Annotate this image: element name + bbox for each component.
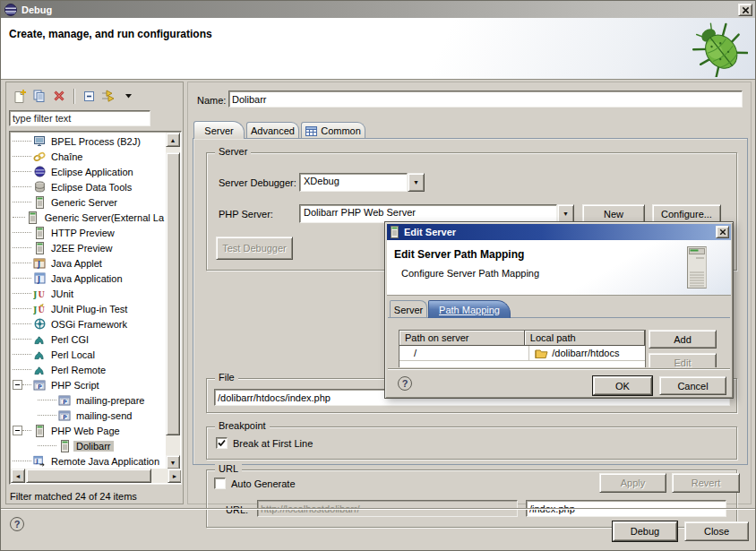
tree-connector: [22, 430, 31, 432]
path-on-server-cell: /: [399, 346, 529, 360]
delete-button[interactable]: [49, 88, 69, 105]
tree-item-mailing-prepare[interactable]: Pmailing-prepare: [11, 392, 167, 408]
help-icon[interactable]: ?: [10, 517, 24, 531]
ok-button[interactable]: OK: [593, 376, 652, 395]
tree-item-http-preview[interactable]: HTTP Preview: [11, 225, 167, 240]
dialog-help-icon[interactable]: ?: [398, 376, 412, 391]
tab-advanced[interactable]: Advanced: [246, 122, 299, 139]
tree-item-label: Perl Local: [48, 349, 98, 360]
perl-icon: [33, 364, 46, 376]
tree-item-label: HTTP Preview: [48, 228, 117, 238]
new-configuration-button[interactable]: [10, 88, 30, 105]
test-debugger-button[interactable]: Test Debugger: [216, 237, 293, 260]
tree-connector: [13, 278, 31, 280]
vertical-scroll-thumb[interactable]: [166, 152, 180, 435]
duplicate-button[interactable]: [30, 88, 49, 105]
filter-menu-button[interactable]: [118, 88, 138, 105]
menu-caret-icon: [125, 94, 132, 99]
tree-connector: [13, 339, 31, 340]
column-header-local-path[interactable]: Local path: [525, 331, 645, 346]
tree-connector: [13, 141, 31, 142]
tree-item-mailing-send[interactable]: Pmailing-send: [11, 408, 167, 423]
auto-generate-checkbox[interactable]: [214, 478, 226, 489]
tree-item-label: J2EE Preview: [48, 243, 115, 254]
collapse-expander-icon[interactable]: [13, 426, 22, 435]
combo-dropdown-icon[interactable]: ▼: [557, 204, 574, 223]
collapse-all-button[interactable]: [79, 88, 99, 105]
tree-item-junit-plug-in-test[interactable]: JUJUnit Plug-in Test: [11, 301, 167, 316]
tree-item-php-script[interactable]: PPHP Script: [11, 377, 167, 392]
tree-item-bpel-process-b2j[interactable]: BPEL Process (B2J): [11, 133, 167, 149]
close-button[interactable]: Close: [684, 521, 749, 541]
tree-item-java-applet[interactable]: JJava Applet: [11, 255, 167, 271]
scroll-down-button[interactable]: ▼: [166, 455, 180, 469]
tree-item-junit[interactable]: JUJUnit: [11, 286, 167, 301]
filter-button[interactable]: [99, 88, 118, 105]
break-at-first-line-checkbox[interactable]: [216, 437, 228, 449]
apply-button[interactable]: Apply: [599, 473, 666, 493]
tree-item-perl-remote[interactable]: Perl Remote: [11, 362, 167, 377]
tree-item-php-web-page[interactable]: PHP Web Page: [11, 423, 167, 438]
dialog-tab-path-mapping[interactable]: Path Mapping: [428, 300, 511, 318]
horizontal-scroll-thumb[interactable]: [26, 469, 151, 483]
column-header-path-on-server[interactable]: Path on server: [399, 331, 525, 346]
edit-mapping-button[interactable]: Edit: [649, 353, 717, 367]
tree-connector: [13, 247, 31, 249]
configurations-tree: BPEL Process (B2J)ChaîneEclipse Applicat…: [9, 131, 182, 485]
path-mapping-row[interactable]: //dolibarr/htdocs: [399, 346, 645, 360]
tab-server[interactable]: Server: [193, 121, 245, 139]
tree-item-java-application[interactable]: JJava Application: [11, 271, 167, 286]
tree-item-remote-java-application[interactable]: JRemote Java Application: [11, 453, 167, 469]
breakpoint-group-legend: Breakpoint: [215, 420, 270, 431]
break-at-first-line-label: Break at First Line: [233, 438, 313, 449]
configure-server-button[interactable]: Configure...: [652, 204, 721, 223]
duplicate-icon: [32, 89, 47, 103]
scroll-left-button[interactable]: ◄: [11, 469, 25, 483]
server-icon: [33, 425, 46, 437]
collapse-expander-icon[interactable]: [13, 380, 22, 390]
scroll-up-button[interactable]: ▲: [166, 133, 180, 147]
tree-item-j2ee-preview[interactable]: J2EE Preview: [11, 240, 167, 255]
page-title: Create, manage, and run configurations: [9, 28, 212, 40]
tree-item-osgi-framework[interactable]: OSGi Framework: [11, 316, 167, 331]
tree-item-eclipse-data-tools[interactable]: Eclipse Data Tools: [11, 179, 167, 194]
dialog-title: Edit Server: [404, 227, 456, 237]
debug-button[interactable]: Debug: [613, 521, 677, 541]
tree-item-dolibarr[interactable]: Dolibarr: [11, 438, 167, 453]
name-input[interactable]: [228, 90, 743, 108]
tree-item-perl-cgi[interactable]: Perl CGI: [11, 331, 167, 347]
tree-item-generic-server-external-la[interactable]: Generic Server(External La: [11, 210, 167, 225]
tree-item-cha-ne[interactable]: Chaîne: [11, 149, 167, 164]
cancel-button[interactable]: Cancel: [659, 376, 726, 395]
server-tower-icon: [684, 245, 709, 292]
php-server-combo[interactable]: Dolibarr PHP Web Server ▼: [299, 204, 574, 223]
configurations-toolbar: [10, 86, 180, 106]
tree-connector: [13, 461, 31, 462]
php-script-icon: P: [58, 394, 71, 407]
filter-input[interactable]: [9, 110, 150, 126]
tree-item-label: Eclipse Data Tools: [48, 182, 134, 193]
dialog-heading: Edit Server Path Mapping: [394, 248, 524, 261]
window-close-button[interactable]: [738, 4, 752, 16]
tree-item-label: JUnit: [48, 288, 76, 299]
tree-item-label: Generic Server(External La: [42, 212, 167, 223]
svg-text:J: J: [37, 261, 40, 269]
svg-text:J: J: [33, 288, 38, 298]
combo-dropdown-icon[interactable]: ▼: [408, 173, 425, 192]
tree-item-generic-server[interactable]: Generic Server: [11, 194, 167, 210]
tree-item-eclipse-application[interactable]: Eclipse Application: [11, 164, 167, 179]
server-group-legend: Server: [215, 146, 251, 157]
tree-connector: [22, 384, 31, 386]
tab-common[interactable]: Common: [301, 122, 365, 139]
dialog-close-button[interactable]: [716, 226, 729, 238]
new-server-button[interactable]: New: [582, 204, 645, 223]
scroll-right-button[interactable]: ►: [168, 469, 182, 483]
add-mapping-button[interactable]: Add: [649, 330, 717, 349]
server-debugger-combo[interactable]: XDebug ▼: [299, 173, 425, 192]
dialog-tab-server[interactable]: Server: [390, 300, 427, 318]
perl-icon: [33, 349, 46, 361]
svg-text:P: P: [63, 398, 67, 405]
tree-item-perl-local[interactable]: Perl Local: [11, 347, 167, 362]
revert-button[interactable]: Revert: [672, 473, 740, 493]
dialog-header: Edit Server Path Mapping Configure Serve…: [387, 240, 731, 296]
